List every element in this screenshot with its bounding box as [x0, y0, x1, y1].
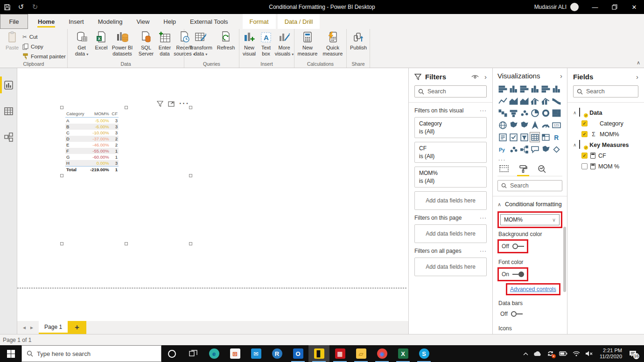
format-search-input[interactable]: Search	[497, 180, 562, 191]
transform-data-button[interactable]: Transformdata ▾	[187, 31, 214, 57]
restore-button[interactable]	[605, 0, 624, 14]
redo-icon[interactable]: ↻	[28, 0, 42, 14]
table-row[interactable]: F-55.00%1	[65, 148, 119, 154]
sidebar-item-data-view[interactable]	[0, 101, 17, 121]
new-visual-button[interactable]: Newvisual	[240, 31, 258, 57]
ribbon-chart-icon[interactable]	[552, 96, 562, 106]
taskbar-app-excel[interactable]: X	[392, 345, 413, 362]
collapse-ribbon-icon[interactable]: ∧	[637, 60, 640, 66]
copy-button[interactable]: Copy	[22, 42, 66, 51]
tab-format[interactable]	[519, 165, 527, 173]
tab-view[interactable]: View	[129, 14, 156, 29]
azure-map-icon[interactable]	[530, 120, 540, 130]
close-button[interactable]: ✕	[624, 0, 644, 14]
table-column-header[interactable]: MOM%	[87, 111, 110, 118]
resize-handle[interactable]	[189, 174, 192, 177]
line-and-stacked-column-chart-icon[interactable]	[530, 96, 540, 106]
minimize-button[interactable]: —	[585, 0, 605, 14]
resize-handle[interactable]	[125, 106, 128, 109]
taskbar-app-r-app[interactable]: R	[266, 345, 287, 362]
add-data-fields-dropzone[interactable]: Add data fields here	[414, 258, 487, 276]
matrix-icon[interactable]	[541, 132, 551, 142]
volume-muted-icon[interactable]	[585, 351, 593, 356]
r-script-visual-icon[interactable]: R	[552, 132, 562, 142]
add-data-fields-dropzone[interactable]: Add data fields here	[414, 224, 487, 243]
filter-card[interactable]: CFis (All)	[414, 142, 487, 163]
shape-map-icon[interactable]	[519, 120, 529, 130]
quick-measure-button[interactable]: Quickmeasure	[321, 31, 345, 57]
taskbar-app-file-explorer[interactable]: ▱	[350, 345, 371, 362]
paginated-report-icon[interactable]	[541, 144, 551, 154]
100-stacked-bar-chart-icon[interactable]	[541, 84, 551, 94]
tab-analytics[interactable]	[538, 165, 546, 173]
line-chart-icon[interactable]	[497, 96, 508, 106]
text-box-button[interactable]: A Textbox	[258, 31, 274, 57]
collapse-pane-icon[interactable]: ›	[560, 72, 562, 80]
collapse-pane-icon[interactable]: ›	[636, 73, 638, 81]
sidebar-item-report-view[interactable]	[0, 75, 17, 95]
key-influencers-icon[interactable]	[508, 144, 518, 154]
tab-home[interactable]: Home	[31, 14, 62, 29]
filter-card[interactable]: Categoryis (All)	[414, 117, 487, 138]
taskbar-app-edge[interactable]: e	[203, 345, 224, 362]
taskbar-app-chrome[interactable]: ◉	[371, 345, 392, 362]
resize-handle[interactable]	[60, 242, 63, 245]
field-item-cf[interactable]: ✓CF	[573, 150, 638, 161]
more-options-icon[interactable]: ···	[179, 99, 189, 108]
card-icon[interactable]: 123	[552, 120, 562, 130]
tab-fields[interactable]	[499, 165, 509, 173]
collapse-group-icon[interactable]: ∧	[573, 142, 576, 147]
field-group-key-measures[interactable]: ∧ ✓ Key Measures	[573, 139, 638, 150]
clock[interactable]: 2:21 PM 11/2/2020	[600, 348, 622, 360]
clustered-bar-chart-icon[interactable]	[519, 84, 529, 94]
onedrive-icon[interactable]	[533, 351, 542, 356]
arcgis-map-icon[interactable]	[552, 144, 562, 154]
waterfall-chart-icon[interactable]	[497, 108, 508, 118]
background-color-toggle[interactable]: Off	[497, 239, 528, 253]
signed-in-user[interactable]: Mudassir ALI	[534, 4, 567, 10]
field-group-data[interactable]: ∧ ✓ Data	[573, 107, 638, 118]
eye-icon[interactable]	[471, 74, 479, 80]
avatar[interactable]	[570, 3, 579, 11]
donut-chart-icon[interactable]	[541, 108, 551, 118]
resize-handle[interactable]	[189, 242, 192, 245]
100-stacked-column-chart-icon[interactable]	[552, 84, 562, 94]
scatter-chart-icon[interactable]	[519, 108, 529, 118]
table-row[interactable]: A-5.00%3	[65, 118, 119, 124]
pie-chart-icon[interactable]	[530, 108, 540, 118]
clustered-column-chart-icon[interactable]	[530, 84, 540, 94]
prev-page-icon[interactable]: ◂	[23, 324, 26, 331]
action-center-icon[interactable]: 16	[629, 350, 637, 357]
paste-button[interactable]: Paste	[0, 31, 24, 51]
line-and-clustered-column-chart-icon[interactable]	[541, 96, 551, 106]
taskbar-app-store[interactable]: ⊞	[224, 345, 245, 362]
collapse-section-icon[interactable]: ∧	[497, 202, 501, 208]
cut-button[interactable]: ✂Cut	[22, 32, 66, 42]
field-checkbox[interactable]: ✓	[581, 131, 588, 137]
table-visual[interactable]: ··· CategoryMOM%CFA-5.00%3B-6.00%3C-10.0…	[62, 108, 190, 244]
advanced-controls-link[interactable]: Advanced controls	[510, 286, 556, 292]
resize-handle[interactable]	[60, 106, 63, 109]
field-item-mom[interactable]: MOM %	[573, 161, 638, 172]
filter-card[interactable]: MOM%is (All)	[414, 167, 487, 188]
undo-icon[interactable]: ↺	[14, 0, 28, 14]
decomposition-tree-icon[interactable]	[519, 144, 529, 154]
visual-filter-icon[interactable]	[157, 101, 163, 107]
table-row[interactable]: C-10.00%3	[65, 130, 119, 136]
battery-icon[interactable]	[559, 351, 567, 356]
slicer-icon[interactable]	[519, 132, 529, 142]
wifi-icon[interactable]	[573, 351, 580, 356]
resize-handle[interactable]	[189, 106, 192, 109]
table-row[interactable]: G-60.00%1	[65, 154, 119, 160]
show-hidden-icons[interactable]	[523, 352, 528, 355]
focus-mode-icon[interactable]	[168, 101, 175, 107]
fields-search-input[interactable]: Search	[573, 85, 638, 97]
tab-data-drill[interactable]: Data / Drill	[278, 14, 320, 29]
more-visuals-button[interactable]: Morevisuals ▾	[274, 31, 294, 57]
taskbar-app-mail[interactable]: ✉	[245, 345, 266, 362]
stacked-column-chart-icon[interactable]	[508, 84, 518, 94]
stacked-area-chart-icon[interactable]	[519, 96, 529, 106]
page-tab[interactable]: Page 1	[39, 321, 68, 334]
more-options-icon[interactable]: ···	[480, 248, 487, 254]
collapse-pane-icon[interactable]: ›	[484, 73, 487, 81]
